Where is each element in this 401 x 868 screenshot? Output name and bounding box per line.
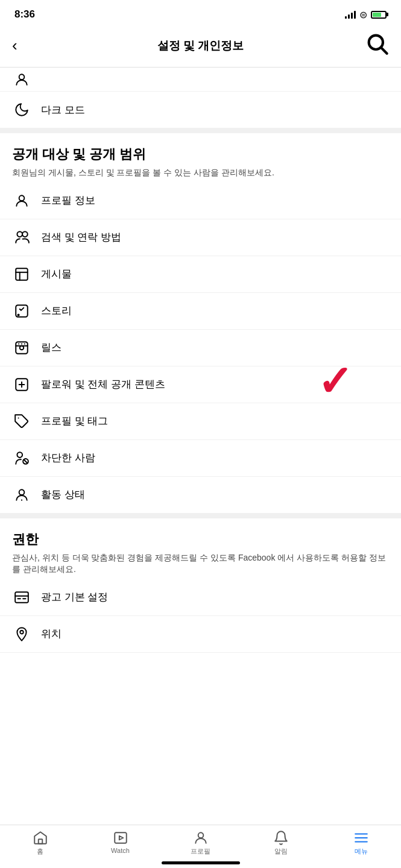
activity-item[interactable]: 활동 상태 bbox=[0, 477, 401, 514]
svg-line-1 bbox=[382, 48, 387, 54]
profile-info-icon bbox=[12, 191, 31, 210]
search-contact-item[interactable]: 검색 및 연락 방법 bbox=[0, 219, 401, 256]
svg-line-23 bbox=[24, 459, 27, 462]
page-title: 설정 및 개인정보 bbox=[157, 38, 244, 54]
posts-item[interactable]: 게시물 bbox=[0, 256, 401, 293]
story-item[interactable]: 스토리 bbox=[0, 293, 401, 330]
svg-point-30 bbox=[20, 631, 23, 634]
blocked-label: 차단한 사람 bbox=[41, 451, 95, 465]
nav-watch-label: Watch bbox=[111, 847, 130, 854]
posts-icon bbox=[12, 265, 31, 284]
nav-profile-label: 프로필 bbox=[191, 847, 210, 856]
svg-point-34 bbox=[198, 832, 203, 838]
svg-rect-26 bbox=[15, 592, 28, 602]
svg-point-15 bbox=[21, 343, 22, 344]
profile-info-item[interactable]: 프로필 정보 bbox=[0, 183, 401, 219]
permissions-description: 관심사, 위치 등 더욱 맞춤화된 경험을 제공해드릴 수 있도록 Facebo… bbox=[12, 552, 389, 576]
location-label: 위치 bbox=[41, 627, 62, 641]
location-item[interactable]: 위치 bbox=[0, 616, 401, 653]
audience-title: 공개 대상 및 공개 범위 bbox=[12, 145, 389, 163]
permissions-title: 권한 bbox=[12, 530, 389, 549]
followers-public-label: 팔로워 및 전체 공개 콘텐츠 bbox=[41, 377, 165, 391]
svg-point-14 bbox=[18, 343, 19, 344]
svg-rect-6 bbox=[16, 268, 28, 280]
settings-content: 다크 모드 공개 대상 및 공개 범위 회원님의 게시물, 스토리 및 프로필을… bbox=[0, 68, 401, 701]
svg-point-16 bbox=[24, 343, 25, 344]
nav-home[interactable]: 홈 bbox=[0, 830, 80, 856]
audience-section-header: 공개 대상 및 공개 범위 회원님의 게시물, 스토리 및 프로필을 볼 수 있… bbox=[0, 133, 401, 183]
story-label: 스토리 bbox=[41, 304, 72, 318]
svg-point-4 bbox=[17, 231, 22, 237]
followers-public-icon bbox=[12, 375, 31, 394]
ad-settings-item[interactable]: 광고 기본 설정 bbox=[0, 579, 401, 616]
reels-icon bbox=[12, 338, 31, 357]
back-button[interactable]: ‹ bbox=[12, 36, 36, 55]
nav-menu-label: 메뉴 bbox=[355, 847, 368, 856]
nav-notifications-label: 알림 bbox=[274, 847, 288, 856]
blocked-item[interactable]: 차단한 사람 bbox=[0, 440, 401, 477]
search-contact-icon bbox=[12, 228, 31, 247]
battery-icon bbox=[371, 11, 387, 19]
section-divider-1 bbox=[0, 128, 401, 133]
partial-top-item[interactable] bbox=[0, 68, 401, 92]
blocked-icon bbox=[12, 448, 31, 468]
status-icons: ⊜ bbox=[345, 9, 387, 20]
svg-rect-32 bbox=[115, 832, 127, 843]
posts-label: 게시물 bbox=[41, 267, 72, 281]
svg-marker-33 bbox=[119, 836, 123, 840]
svg-point-3 bbox=[19, 195, 25, 201]
nav-menu[interactable]: 메뉴 bbox=[321, 830, 401, 856]
svg-rect-31 bbox=[38, 839, 42, 844]
ad-settings-icon bbox=[12, 588, 31, 607]
signal-icon bbox=[345, 10, 356, 19]
gesture-bar bbox=[162, 861, 240, 864]
nav-watch[interactable]: Watch bbox=[80, 830, 160, 854]
svg-point-25 bbox=[21, 499, 22, 500]
dark-mode-item[interactable]: 다크 모드 bbox=[0, 92, 401, 128]
nav-profile[interactable]: 프로필 bbox=[160, 830, 241, 856]
search-contact-label: 검색 및 연락 방법 bbox=[41, 230, 121, 244]
profile-tag-icon bbox=[12, 412, 31, 431]
nav-notifications[interactable]: 알림 bbox=[241, 830, 321, 856]
followers-public-item[interactable]: 팔로워 및 전체 공개 콘텐츠 ✓ bbox=[0, 366, 401, 403]
audience-items-list: 프로필 정보 검색 및 연락 방법 bbox=[0, 183, 401, 514]
section-divider-2 bbox=[0, 514, 401, 518]
audience-description: 회원님의 게시물, 스토리 및 프로필을 볼 수 있는 사람을 관리해보세요. bbox=[12, 167, 389, 179]
nav-home-label: 홈 bbox=[37, 847, 43, 856]
wifi-icon: ⊜ bbox=[359, 9, 367, 20]
header: ‹ 설정 및 개인정보 bbox=[0, 27, 401, 68]
location-icon bbox=[12, 624, 31, 644]
svg-point-24 bbox=[19, 489, 25, 495]
dark-mode-label: 다크 모드 bbox=[41, 103, 85, 117]
activity-icon bbox=[12, 485, 31, 505]
svg-point-21 bbox=[17, 452, 22, 458]
profile-info-label: 프로필 정보 bbox=[41, 193, 95, 207]
status-bar: 8:36 ⊜ bbox=[0, 0, 401, 27]
svg-point-2 bbox=[19, 74, 25, 80]
svg-point-5 bbox=[22, 231, 28, 237]
red-checkmark: ✓ bbox=[317, 360, 353, 403]
reels-label: 릴스 bbox=[41, 341, 62, 354]
reels-item[interactable]: 릴스 bbox=[0, 330, 401, 366]
profile-tag-item[interactable]: 프로필 및 태그 bbox=[0, 403, 401, 440]
svg-point-10 bbox=[18, 314, 19, 315]
ad-settings-label: 광고 기본 설정 bbox=[41, 590, 108, 604]
search-button[interactable] bbox=[365, 31, 389, 60]
permissions-section-header: 권한 관심사, 위치 등 더욱 맞춤화된 경험을 제공해드릴 수 있도록 Fac… bbox=[0, 518, 401, 579]
status-time: 8:36 bbox=[14, 8, 35, 20]
story-icon bbox=[12, 301, 31, 321]
profile-tag-label: 프로필 및 태그 bbox=[41, 414, 108, 428]
dark-mode-icon bbox=[12, 100, 31, 119]
partial-icon bbox=[12, 70, 31, 89]
activity-label: 활동 상태 bbox=[41, 488, 85, 502]
